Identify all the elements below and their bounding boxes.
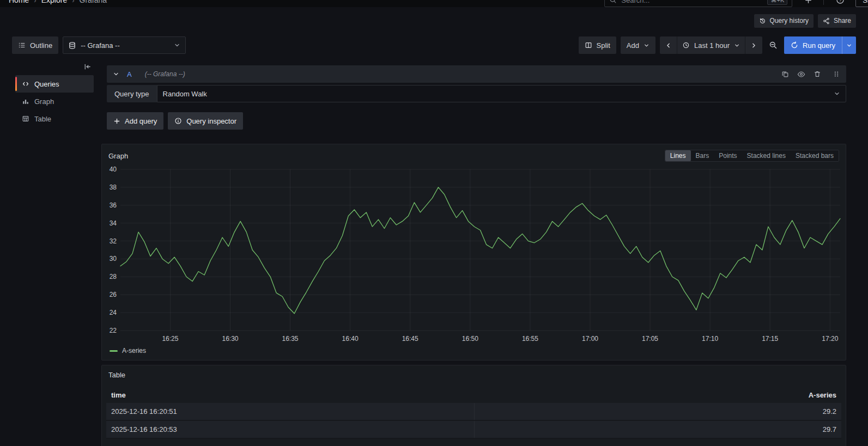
query-row-header[interactable]: A (-- Grafana --) — [107, 65, 846, 83]
help-button[interactable]: ? — [836, 0, 845, 4]
datasource-label: -- Grafana -- — [81, 41, 120, 50]
svg-text:24: 24 — [110, 309, 117, 316]
cell-value: 29.7 — [474, 421, 842, 438]
graph-chart[interactable]: 2224262830323436384016:2516:3016:3516:40… — [106, 165, 841, 345]
nav-divider — [823, 0, 824, 5]
svg-text:17:10: 17:10 — [702, 335, 718, 343]
copy-icon — [781, 70, 789, 78]
explore-content: A (-- Grafana --) — [101, 60, 846, 446]
breadcrumb-explore[interactable]: Explore — [41, 0, 67, 4]
sidebar-item-queries[interactable]: Queries — [15, 75, 94, 93]
svg-text:28: 28 — [110, 273, 117, 280]
top-nav-bar: Home › Explore › Grafana Search... ⌘+K ?… — [0, 0, 868, 7]
zoom-out-button[interactable] — [769, 41, 778, 50]
graph-panel-title: Graph — [108, 152, 128, 160]
share-button[interactable]: Share — [818, 14, 856, 28]
graph-mode-bars[interactable]: Bars — [691, 150, 714, 161]
sign-in-button[interactable]: Sign in — [855, 0, 868, 7]
sidebar-item-graph[interactable]: Graph — [15, 93, 94, 110]
outline-icon — [18, 41, 26, 49]
column-header-a-series[interactable]: A-series — [474, 391, 842, 399]
query-history-button[interactable]: Query history — [754, 14, 814, 28]
sidebar-item-label: Queries — [34, 80, 59, 88]
sidebar-item-label: Graph — [34, 97, 54, 106]
add-query-button[interactable]: Add query — [107, 112, 163, 130]
graph-panel: Graph Lines Bars Points Stacked lines St… — [101, 144, 846, 361]
query-type-label: Query type — [107, 85, 157, 102]
drag-query-handle[interactable] — [833, 70, 840, 78]
datasource-icon — [68, 41, 76, 50]
breadcrumb-home[interactable]: Home — [9, 0, 29, 4]
explore-workspace: Queries Graph Table A (-- Grafana --) — [0, 60, 868, 446]
hide-response-button[interactable] — [797, 70, 805, 78]
chevron-right-icon — [750, 42, 757, 49]
run-query-button[interactable]: Run query — [784, 36, 842, 54]
split-icon — [585, 41, 592, 49]
sidebar-item-table[interactable]: Table — [15, 110, 94, 127]
chevron-down-icon — [846, 42, 852, 48]
question-circle-icon: ? — [836, 0, 845, 4]
cell-time: 2025-12-16 16:20:53 — [106, 421, 474, 438]
add-query-label: Add query — [125, 117, 157, 125]
table-panel-title: Table — [108, 371, 125, 379]
time-shift-forward-button[interactable] — [745, 36, 762, 54]
search-input[interactable]: Search... ⌘+K — [604, 0, 792, 7]
query-type-select[interactable]: Random Walk — [157, 85, 846, 102]
plus-icon — [113, 118, 120, 125]
svg-text:17:15: 17:15 — [762, 335, 778, 343]
graph-mode-stacked-bars[interactable]: Stacked bars — [791, 150, 839, 161]
add-label: Add — [627, 41, 639, 50]
svg-text:16:35: 16:35 — [282, 335, 298, 343]
svg-text:38: 38 — [110, 184, 117, 191]
svg-text:16:45: 16:45 — [402, 335, 418, 343]
sync-icon — [791, 41, 798, 49]
outline-button[interactable]: Outline — [12, 36, 58, 54]
query-type-value: Random Walk — [163, 90, 207, 98]
explore-toolbar: Outline -- Grafana -- Split Add — [0, 36, 868, 54]
run-query-dropdown-button[interactable] — [842, 36, 856, 54]
explore-secondary-toolbar: Query history Share — [0, 14, 868, 28]
svg-text:32: 32 — [110, 237, 117, 245]
svg-text:34: 34 — [110, 219, 117, 227]
remove-query-button[interactable] — [814, 70, 821, 78]
datasource-picker[interactable]: -- Grafana -- — [63, 36, 186, 54]
breadcrumb-separator: › — [72, 0, 74, 4]
new-button[interactable] — [804, 0, 812, 4]
chevron-down-icon — [734, 42, 740, 48]
svg-text:16:40: 16:40 — [342, 335, 359, 343]
add-dropdown-button[interactable]: Add — [621, 36, 655, 54]
time-range-label: Last 1 hour — [694, 41, 730, 50]
breadcrumb-current: Grafana — [80, 0, 107, 4]
trash-icon — [814, 70, 821, 78]
split-button[interactable]: Split — [579, 36, 616, 54]
collapse-query-button[interactable] — [113, 71, 119, 77]
svg-text:16:55: 16:55 — [522, 335, 538, 343]
table-row: 2025-12-16 16:20:53 29.7 — [106, 421, 841, 439]
grafana-explore-page: Home › Explore › Grafana Search... ⌘+K ?… — [0, 0, 868, 446]
time-picker: Last 1 hour — [660, 36, 762, 54]
duplicate-query-button[interactable] — [781, 70, 789, 78]
table-icon — [22, 115, 29, 123]
code-icon — [22, 80, 29, 88]
collapse-outline-button[interactable] — [83, 63, 92, 71]
breadcrumb-separator: › — [34, 0, 36, 4]
bar-chart-icon — [22, 97, 29, 105]
column-header-time[interactable]: time — [106, 391, 474, 399]
time-range-button[interactable]: Last 1 hour — [677, 36, 745, 54]
legend-series-label[interactable]: A-series — [122, 347, 146, 355]
graph-legend: A-series — [106, 345, 841, 356]
time-shift-back-button[interactable] — [660, 36, 677, 54]
graph-mode-points[interactable]: Points — [714, 150, 742, 161]
svg-text:36: 36 — [110, 201, 117, 209]
info-circle-icon — [174, 117, 182, 125]
split-label: Split — [597, 41, 610, 50]
search-placeholder: Search... — [621, 0, 650, 4]
graph-mode-stacked-lines[interactable]: Stacked lines — [742, 150, 791, 161]
chevron-down-icon — [834, 90, 840, 97]
content-outline-sidebar: Queries Graph Table — [15, 60, 94, 446]
query-history-label: Query history — [770, 17, 809, 25]
svg-text:22: 22 — [110, 327, 117, 334]
chevron-down-icon — [174, 42, 180, 48]
query-inspector-button[interactable]: Query inspector — [168, 112, 243, 130]
graph-mode-lines[interactable]: Lines — [665, 150, 691, 161]
